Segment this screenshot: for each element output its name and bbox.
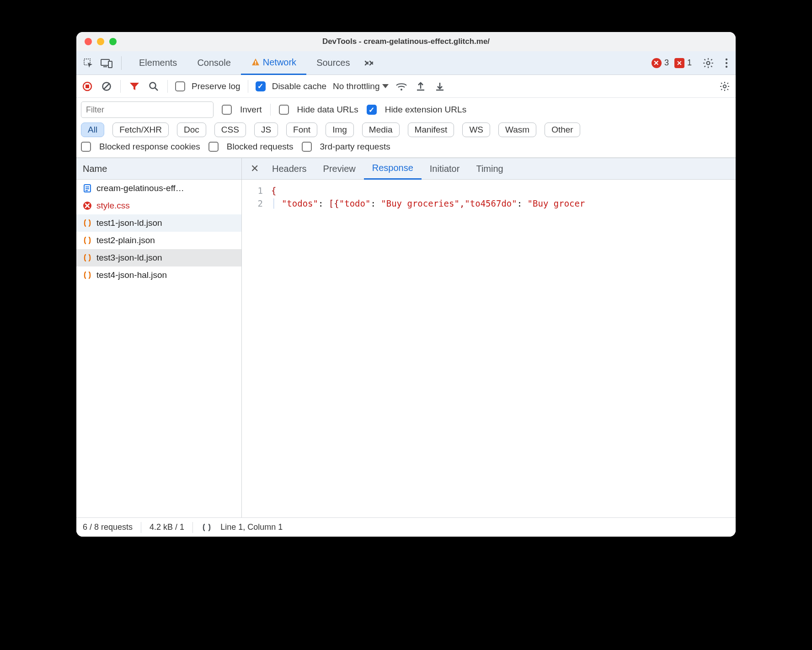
detail-tab-headers[interactable]: Headers [264, 158, 315, 180]
chip-ws[interactable]: WS [462, 123, 490, 137]
chip-img[interactable]: Img [326, 123, 354, 137]
hide-data-urls-label: Hide data URLs [297, 105, 358, 115]
request-row[interactable]: test2-plain.json [76, 232, 241, 249]
tab-network[interactable]: Network [241, 51, 306, 75]
chip-font[interactable]: Font [286, 123, 317, 137]
blocked-requests-label: Blocked requests [227, 142, 294, 152]
separator [141, 522, 141, 533]
detail-tab-timing[interactable]: Timing [468, 158, 511, 180]
code-token: "Buy groceries" [381, 198, 459, 208]
request-row-selected[interactable]: test3-json-ld.json [76, 249, 241, 266]
status-transfer: 4.2 kB / 1 [150, 522, 184, 532]
chip-doc[interactable]: Doc [177, 123, 206, 137]
error-icon [83, 201, 92, 210]
request-list: cream-gelatinous-eff… style.css test1-js… [76, 180, 241, 284]
tab-elements[interactable]: Elements [129, 51, 187, 75]
search-icon[interactable] [147, 80, 160, 93]
preserve-log-label: Preserve log [192, 81, 240, 91]
request-row[interactable]: test4-json-hal.json [76, 266, 241, 284]
preserve-log-checkbox[interactable] [175, 81, 185, 91]
detail-tab-initiator[interactable]: Initiator [422, 158, 468, 180]
detail-tab-response[interactable]: Response [364, 158, 422, 180]
filter-bar: Invert Hide data URLs Hide extension URL… [76, 98, 736, 158]
close-detail-button[interactable]: ✕ [246, 158, 264, 180]
tab-console[interactable]: Console [187, 51, 240, 75]
request-row[interactable]: cream-gelatinous-eff… [76, 180, 241, 197]
request-row[interactable]: test1-json-ld.json [76, 214, 241, 232]
chip-fetch-xhr[interactable]: Fetch/XHR [112, 123, 169, 137]
kebab-menu-icon[interactable] [720, 57, 733, 69]
line-gutter: 1 2 [242, 180, 267, 517]
error-count[interactable]: ✕ 3 [652, 58, 669, 68]
code-token: "todos" [282, 198, 318, 208]
document-icon [83, 184, 92, 193]
status-requests: 6 / 8 requests [83, 522, 133, 532]
json-icon [83, 218, 92, 228]
issue-icon: ✕ [674, 58, 684, 68]
chip-all[interactable]: All [81, 123, 104, 137]
svg-point-9 [726, 65, 727, 67]
name-column-header[interactable]: Name [76, 158, 241, 180]
tab-sources[interactable]: Sources [306, 51, 360, 75]
disable-cache-label: Disable cache [272, 81, 326, 91]
chip-media[interactable]: Media [362, 123, 400, 137]
detail-tab-preview[interactable]: Preview [315, 158, 364, 180]
network-settings-icon[interactable] [718, 80, 731, 93]
hide-extension-urls-label: Hide extension URLs [385, 105, 466, 115]
svg-rect-5 [255, 64, 256, 64]
request-name: cream-gelatinous-eff… [96, 183, 184, 193]
code-content[interactable]: { │ "todos": [{"todo": "Buy groceries","… [267, 180, 736, 517]
pretty-print-icon[interactable] [201, 523, 212, 532]
line-number: 1 [242, 184, 263, 197]
response-code-area[interactable]: 1 2 { │ "todos": [{"todo": "Buy grocerie… [242, 180, 736, 517]
request-list-column: Name cream-gelatinous-eff… style.css [76, 158, 242, 517]
download-har-icon[interactable] [433, 80, 446, 93]
disable-cache-checkbox[interactable] [256, 81, 266, 91]
error-count-value: 3 [664, 58, 669, 68]
panel-tabrow: Elements Console Network Sources ✕ 3 ✕ 1 [76, 51, 736, 75]
clear-button[interactable] [100, 80, 113, 93]
chip-wasm[interactable]: Wasm [498, 123, 536, 137]
chip-js[interactable]: JS [254, 123, 278, 137]
separator [120, 80, 121, 93]
svg-point-7 [726, 58, 727, 60]
issue-count[interactable]: ✕ 1 [674, 58, 692, 68]
panel-tabs: Elements Console Network Sources [129, 51, 376, 75]
device-toolbar-icon[interactable] [100, 57, 113, 69]
blocked-requests-checkbox[interactable] [208, 142, 219, 152]
more-tabs-icon[interactable] [363, 57, 376, 69]
code-token: [{ [329, 198, 339, 208]
code-token: "Buy grocer [528, 198, 585, 208]
invert-checkbox[interactable] [222, 105, 232, 115]
status-bar: 6 / 8 requests 4.2 kB / 1 Line 1, Column… [76, 517, 736, 537]
hide-data-urls-checkbox[interactable] [279, 105, 289, 115]
throttling-select[interactable]: No throttling [333, 81, 389, 91]
code-token: : [370, 198, 381, 208]
request-name: test3-json-ld.json [96, 253, 162, 263]
chip-other[interactable]: Other [545, 123, 580, 137]
record-button[interactable] [81, 80, 94, 93]
error-icon: ✕ [652, 58, 662, 68]
inspect-icon[interactable] [82, 57, 95, 69]
chip-manifest[interactable]: Manifest [408, 123, 454, 137]
filter-input[interactable] [81, 101, 214, 118]
indent-guide: │ [271, 198, 282, 208]
json-icon [83, 271, 92, 280]
status-cursor: Line 1, Column 1 [220, 522, 283, 532]
code-token: "todo" [339, 198, 371, 208]
request-detail-panel: ✕ Headers Preview Response Initiator Tim… [242, 158, 736, 517]
hide-extension-urls-checkbox[interactable] [367, 105, 377, 115]
svg-rect-4 [255, 61, 256, 63]
upload-har-icon[interactable] [414, 80, 427, 93]
request-name: test1-json-ld.json [96, 218, 162, 228]
third-party-checkbox[interactable] [302, 142, 312, 152]
chip-css[interactable]: CSS [214, 123, 246, 137]
request-row[interactable]: style.css [76, 197, 241, 214]
filter-toggle-icon[interactable] [128, 80, 141, 93]
settings-icon[interactable] [702, 57, 715, 69]
separator [270, 104, 271, 116]
blocked-cookies-checkbox[interactable] [81, 142, 91, 152]
network-main: Name cream-gelatinous-eff… style.css [76, 158, 736, 517]
network-conditions-icon[interactable] [395, 80, 408, 93]
invert-label: Invert [240, 105, 262, 115]
